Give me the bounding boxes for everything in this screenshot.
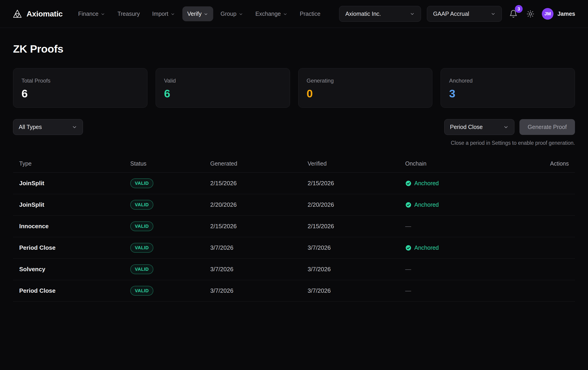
table-row: Period CloseVALID3/7/20263/7/2026— — [13, 280, 575, 302]
chevron-down-icon — [170, 12, 175, 16]
cell-generated-date: 3/7/2026 — [210, 244, 308, 251]
accounting-basis-selector[interactable]: GAAP Accrual — [427, 6, 502, 22]
main-nav: FinanceTreasuryImportVerifyGroupExchange… — [73, 6, 326, 21]
cell-verified-date: 3/7/2026 — [308, 287, 405, 294]
cell-generated-date: 2/20/2026 — [210, 201, 308, 208]
cell-verified-date: 3/7/2026 — [308, 244, 405, 251]
stat-card-anchored: Anchored3 — [441, 68, 575, 108]
page-title: ZK Proofs — [13, 43, 575, 55]
stat-value: 3 — [449, 87, 567, 100]
chevron-down-icon — [239, 12, 243, 16]
cell-onchain: Anchored — [405, 201, 506, 208]
onchain-status-label: Anchored — [414, 244, 439, 251]
filters-row: All Types Period Close Generate Proof — [13, 119, 575, 135]
top-navigation-bar: Axiomatic FinanceTreasuryImportVerifyGro… — [0, 0, 588, 28]
status-badge: VALID — [130, 286, 153, 296]
nav-item-label: Finance — [78, 11, 98, 17]
check-circle-icon — [405, 202, 412, 208]
nav-item-label: Import — [152, 11, 168, 17]
cell-generated-date: 3/7/2026 — [210, 287, 308, 294]
type-filter-value: All Types — [19, 124, 42, 130]
stat-card-valid: Valid6 — [156, 68, 290, 108]
proof-type-value: Period Close — [450, 124, 483, 130]
nav-item-finance[interactable]: Finance — [73, 6, 110, 21]
cell-type: JoinSplit — [19, 180, 130, 187]
stat-label: Generating — [307, 77, 424, 84]
chevron-down-icon — [101, 12, 105, 16]
cell-status: VALID — [130, 243, 210, 253]
stat-card-generating: Generating0 — [298, 68, 433, 108]
cell-verified-date: 2/15/2026 — [308, 223, 405, 230]
user-menu[interactable]: JM James — [542, 8, 575, 20]
nav-item-label: Exchange — [255, 11, 281, 17]
cell-onchain: — — [405, 223, 506, 230]
nav-item-label: Verify — [187, 11, 202, 17]
cell-status: VALID — [130, 200, 210, 210]
cell-type: Solvency — [19, 266, 130, 273]
chevron-down-icon — [410, 11, 415, 16]
table-row: JoinSplitVALID2/20/20262/20/2026Anchored — [13, 194, 575, 216]
chevron-down-icon — [204, 12, 208, 16]
accounting-basis-value: GAAP Accrual — [433, 11, 469, 17]
proofs-table: TypeStatusGeneratedVerifiedOnchainAction… — [13, 155, 575, 302]
column-header-status: Status — [130, 160, 210, 167]
notifications-button[interactable]: 3 — [508, 8, 519, 20]
topbar-right: Axiomatic Inc. GAAP Accrual 3 — [339, 6, 575, 22]
cell-generated-date: 2/15/2026 — [210, 223, 308, 230]
cell-status: VALID — [130, 264, 210, 274]
stat-label: Total Proofs — [21, 77, 139, 84]
nav-item-treasury[interactable]: Treasury — [112, 6, 145, 21]
nav-item-label: Group — [220, 11, 236, 17]
nav-item-exchange[interactable]: Exchange — [251, 6, 293, 21]
cell-generated-date: 3/7/2026 — [210, 266, 308, 273]
avatar: JM — [542, 8, 554, 20]
generation-note: Close a period in Settings to enable pro… — [13, 140, 575, 146]
brand-name: Axiomatic — [27, 9, 63, 18]
table-row: SolvencyVALID3/7/20263/7/2026— — [13, 259, 575, 280]
status-badge: VALID — [130, 243, 153, 253]
triangle-logo-icon — [13, 9, 22, 19]
cell-generated-date: 2/15/2026 — [210, 180, 308, 187]
chevron-down-icon — [503, 124, 509, 130]
table-body: JoinSplitVALID2/15/20262/15/2026Anchored… — [13, 173, 575, 302]
table-header-row: TypeStatusGeneratedVerifiedOnchainAction… — [13, 155, 575, 173]
brand-logo[interactable]: Axiomatic — [13, 9, 63, 19]
nav-item-group[interactable]: Group — [216, 6, 248, 21]
check-circle-icon — [405, 180, 412, 187]
chevron-down-icon — [72, 124, 77, 130]
status-badge: VALID — [130, 264, 153, 274]
cell-onchain: — — [405, 266, 506, 273]
notification-count-badge: 3 — [515, 5, 523, 13]
column-header-generated: Generated — [210, 160, 308, 167]
user-name: James — [557, 11, 575, 17]
generate-proof-button[interactable]: Generate Proof — [519, 119, 575, 135]
chevron-down-icon — [283, 12, 287, 16]
cell-type: JoinSplit — [19, 201, 130, 208]
column-header-onchain: Onchain — [405, 160, 506, 167]
nav-item-import[interactable]: Import — [147, 6, 180, 21]
status-badge: VALID — [130, 221, 153, 231]
status-badge: VALID — [130, 178, 153, 188]
stat-value: 6 — [164, 87, 282, 100]
cell-type: Innocence — [19, 223, 130, 230]
theme-toggle-button[interactable] — [525, 9, 536, 20]
nav-item-verify[interactable]: Verify — [182, 6, 213, 21]
organization-selector-value: Axiomatic Inc. — [345, 11, 381, 17]
nav-item-practice[interactable]: Practice — [295, 6, 326, 21]
stat-label: Anchored — [449, 77, 567, 84]
onchain-status-label: Anchored — [414, 180, 439, 187]
type-filter-select[interactable]: All Types — [13, 119, 83, 135]
stat-card-total-proofs: Total Proofs6 — [13, 68, 147, 108]
table-row: InnocenceVALID2/15/20262/15/2026— — [13, 216, 575, 237]
column-header-type: Type — [19, 160, 130, 167]
cell-status: VALID — [130, 286, 210, 296]
cell-verified-date: 2/20/2026 — [308, 201, 405, 208]
nav-item-label: Treasury — [117, 11, 140, 17]
cell-onchain: Anchored — [405, 180, 506, 187]
main-content: ZK Proofs Total Proofs6Valid6Generating0… — [0, 43, 588, 302]
proof-type-select[interactable]: Period Close — [444, 119, 514, 135]
organization-selector[interactable]: Axiomatic Inc. — [339, 6, 421, 22]
cell-type: Period Close — [19, 287, 130, 294]
cell-status: VALID — [130, 221, 210, 231]
cell-onchain: Anchored — [405, 244, 506, 251]
